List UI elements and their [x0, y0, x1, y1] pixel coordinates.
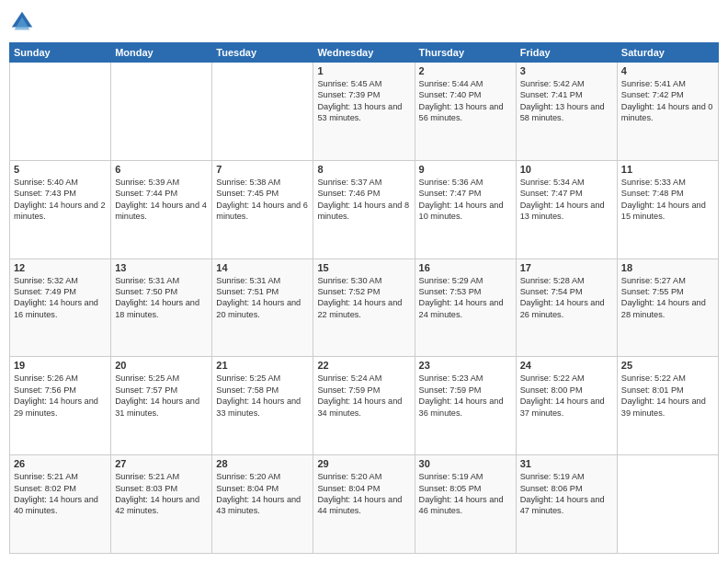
calendar-cell: 30Sunrise: 5:19 AMSunset: 8:05 PMDayligh…: [415, 455, 516, 554]
cell-sunset: Sunset: 7:59 PM: [419, 385, 482, 395]
cell-sunrise: Sunrise: 5:20 AM: [317, 472, 381, 481]
calendar-cell: 24Sunrise: 5:22 AMSunset: 8:00 PMDayligh…: [516, 357, 617, 455]
calendar-cell: 14Sunrise: 5:31 AMSunset: 7:51 PMDayligh…: [212, 259, 313, 357]
cell-sunrise: Sunrise: 5:22 AM: [520, 373, 585, 383]
weekday-header: Wednesday: [313, 43, 415, 63]
calendar-cell: 8Sunrise: 5:37 AMSunset: 7:46 PMDaylight…: [313, 160, 415, 259]
cell-daylight: Daylight: 14 hours and 6 minutes.: [216, 201, 308, 221]
calendar-cell: 1Sunrise: 5:45 AMSunset: 7:39 PMDaylight…: [313, 63, 415, 161]
cell-sunset: Sunset: 8:05 PM: [419, 484, 482, 493]
cell-daylight: Daylight: 14 hours and 24 minutes.: [419, 298, 504, 318]
cell-daylight: Daylight: 14 hours and 44 minutes.: [317, 495, 402, 515]
cell-daylight: Daylight: 14 hours and 4 minutes.: [115, 201, 207, 221]
day-number: 11: [621, 164, 714, 175]
cell-sunrise: Sunrise: 5:36 AM: [419, 178, 483, 187]
day-number: 9: [419, 164, 512, 175]
calendar-cell: 12Sunrise: 5:32 AMSunset: 7:49 PMDayligh…: [10, 259, 111, 357]
cell-sunrise: Sunrise: 5:27 AM: [621, 276, 686, 285]
calendar-cell: 27Sunrise: 5:21 AMSunset: 8:03 PMDayligh…: [111, 455, 212, 554]
cell-sunset: Sunset: 7:48 PM: [621, 189, 684, 198]
cell-daylight: Daylight: 14 hours and 22 minutes.: [317, 298, 402, 318]
cell-sunset: Sunset: 7:56 PM: [14, 385, 76, 395]
cell-sunrise: Sunrise: 5:34 AM: [520, 178, 585, 187]
calendar-cell: 21Sunrise: 5:25 AMSunset: 7:58 PMDayligh…: [212, 357, 313, 455]
calendar-cell: 22Sunrise: 5:24 AMSunset: 7:59 PMDayligh…: [313, 357, 415, 455]
cell-sunset: Sunset: 7:50 PM: [115, 287, 177, 296]
calendar-cell: [617, 455, 718, 554]
calendar-cell: 20Sunrise: 5:25 AMSunset: 7:57 PMDayligh…: [111, 357, 212, 455]
day-number: 14: [216, 262, 309, 273]
calendar-cell: 2Sunrise: 5:44 AMSunset: 7:40 PMDaylight…: [415, 63, 516, 161]
weekday-header: Sunday: [10, 43, 111, 63]
day-number: 19: [14, 360, 107, 371]
cell-daylight: Daylight: 14 hours and 10 minutes.: [419, 201, 504, 221]
day-number: 6: [115, 164, 208, 175]
cell-daylight: Daylight: 14 hours and 31 minutes.: [115, 396, 199, 417]
cell-sunset: Sunset: 8:04 PM: [216, 484, 279, 493]
weekday-header: Thursday: [415, 43, 516, 63]
day-number: 13: [115, 262, 208, 273]
logo-icon: [9, 9, 35, 35]
cell-sunrise: Sunrise: 5:39 AM: [115, 178, 179, 187]
cell-sunrise: Sunrise: 5:40 AM: [14, 178, 78, 187]
day-number: 30: [419, 458, 512, 469]
cell-sunset: Sunset: 7:49 PM: [14, 287, 76, 296]
cell-sunset: Sunset: 7:55 PM: [621, 287, 684, 296]
cell-sunset: Sunset: 8:01 PM: [621, 385, 684, 395]
cell-daylight: Daylight: 14 hours and 34 minutes.: [317, 396, 402, 417]
cell-sunset: Sunset: 7:42 PM: [621, 90, 684, 99]
cell-daylight: Daylight: 14 hours and 16 minutes.: [14, 298, 98, 318]
cell-sunset: Sunset: 8:03 PM: [115, 484, 177, 493]
calendar-cell: 3Sunrise: 5:42 AMSunset: 7:41 PMDaylight…: [516, 63, 617, 161]
calendar-cell: 6Sunrise: 5:39 AMSunset: 7:44 PMDaylight…: [111, 160, 212, 259]
weekday-header: Tuesday: [212, 43, 313, 63]
calendar-cell: 25Sunrise: 5:22 AMSunset: 8:01 PMDayligh…: [617, 357, 718, 455]
cell-sunrise: Sunrise: 5:31 AM: [216, 276, 280, 285]
day-number: 18: [621, 262, 714, 273]
day-number: 2: [419, 65, 512, 76]
day-number: 4: [621, 65, 714, 76]
calendar-header-row: SundayMondayTuesdayWednesdayThursdayFrid…: [10, 43, 719, 63]
cell-sunset: Sunset: 7:40 PM: [419, 90, 482, 99]
cell-sunrise: Sunrise: 5:32 AM: [14, 276, 78, 285]
cell-sunset: Sunset: 8:02 PM: [14, 484, 76, 493]
calendar-cell: 15Sunrise: 5:30 AMSunset: 7:52 PMDayligh…: [313, 259, 415, 357]
cell-sunrise: Sunrise: 5:29 AM: [419, 276, 483, 285]
cell-sunset: Sunset: 7:57 PM: [115, 385, 177, 395]
calendar-week-row: 12Sunrise: 5:32 AMSunset: 7:49 PMDayligh…: [10, 259, 719, 357]
calendar-cell: 13Sunrise: 5:31 AMSunset: 7:50 PMDayligh…: [111, 259, 212, 357]
cell-daylight: Daylight: 14 hours and 39 minutes.: [621, 396, 706, 417]
cell-sunset: Sunset: 7:52 PM: [317, 287, 380, 296]
cell-sunset: Sunset: 7:39 PM: [317, 90, 380, 99]
cell-sunrise: Sunrise: 5:42 AM: [520, 79, 585, 88]
cell-daylight: Daylight: 14 hours and 8 minutes.: [317, 201, 409, 221]
cell-daylight: Daylight: 14 hours and 28 minutes.: [621, 298, 706, 318]
cell-daylight: Daylight: 14 hours and 33 minutes.: [216, 396, 301, 417]
cell-sunrise: Sunrise: 5:24 AM: [317, 373, 381, 383]
day-number: 15: [317, 262, 410, 273]
weekday-header: Friday: [516, 43, 617, 63]
day-number: 1: [317, 65, 410, 76]
day-number: 24: [520, 360, 613, 371]
day-number: 7: [216, 164, 309, 175]
cell-sunset: Sunset: 7:51 PM: [216, 287, 279, 296]
header: [9, 9, 719, 35]
cell-sunset: Sunset: 7:44 PM: [115, 189, 177, 198]
cell-daylight: Daylight: 14 hours and 36 minutes.: [419, 396, 504, 417]
cell-daylight: Daylight: 14 hours and 18 minutes.: [115, 298, 199, 318]
day-number: 28: [216, 458, 309, 469]
calendar-cell: 28Sunrise: 5:20 AMSunset: 8:04 PMDayligh…: [212, 455, 313, 554]
day-number: 10: [520, 164, 613, 175]
calendar-cell: 5Sunrise: 5:40 AMSunset: 7:43 PMDaylight…: [10, 160, 111, 259]
cell-daylight: Daylight: 14 hours and 43 minutes.: [216, 495, 301, 515]
cell-sunrise: Sunrise: 5:30 AM: [317, 276, 381, 285]
cell-sunset: Sunset: 7:45 PM: [216, 189, 279, 198]
calendar-cell: 31Sunrise: 5:19 AMSunset: 8:06 PMDayligh…: [516, 455, 617, 554]
cell-sunset: Sunset: 8:00 PM: [520, 385, 583, 395]
weekday-header: Monday: [111, 43, 212, 63]
calendar-cell: 29Sunrise: 5:20 AMSunset: 8:04 PMDayligh…: [313, 455, 415, 554]
cell-daylight: Daylight: 14 hours and 13 minutes.: [520, 201, 605, 221]
cell-daylight: Daylight: 14 hours and 40 minutes.: [14, 495, 98, 515]
cell-sunset: Sunset: 7:41 PM: [520, 90, 583, 99]
day-number: 16: [419, 262, 512, 273]
